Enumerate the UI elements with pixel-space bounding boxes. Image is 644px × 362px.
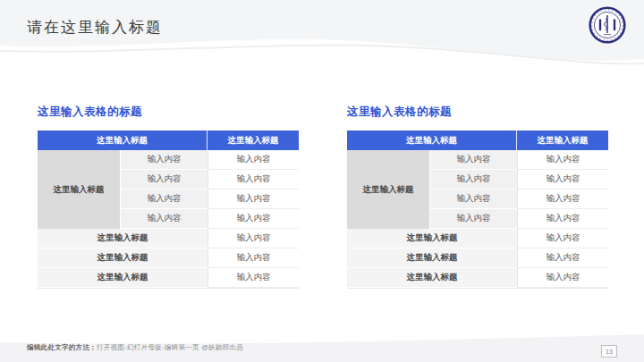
footer-note-text: 打开视图-幻灯片母版-编辑第一页 @妖娆郎出品 (97, 343, 243, 351)
table-cell[interactable]: 输入内容 (517, 150, 608, 170)
row-group-label-cell[interactable]: 这里输入标题 (347, 150, 429, 229)
table-cell[interactable]: 输入内容 (429, 170, 517, 189)
table-cell[interactable]: 输入内容 (429, 150, 517, 170)
footer-note: 编辑此处文字的方法：打开视图-幻灯片母版-编辑第一页 @妖娆郎出品 (27, 343, 243, 352)
table-header-cell[interactable]: 这里输入标题 (38, 130, 208, 150)
table-cell[interactable]: 输入内容 (120, 209, 208, 229)
table-cell[interactable]: 输入内容 (208, 150, 299, 170)
row-group-label-cell[interactable]: 这里输入标题 (38, 150, 120, 229)
table-cell[interactable]: 输入内容 (517, 209, 608, 229)
table-section-left: 这里输入表格的标题 这里输入标题 这里输入标题 这里输入标题 输入内容 输入内容… (38, 105, 299, 289)
slide-title[interactable]: 请在这里输入标题 (27, 17, 163, 38)
table-header-cell[interactable]: 这里输入标题 (208, 130, 299, 150)
data-table: 这里输入标题 这里输入标题 这里输入标题 输入内容 输入内容 输入内容 输入内容… (38, 130, 299, 289)
table-header-cell[interactable]: 这里输入标题 (347, 130, 517, 150)
table-cell[interactable]: 输入内容 (208, 209, 299, 229)
table-cell[interactable]: 输入内容 (517, 229, 608, 248)
table-cell[interactable]: 输入内容 (429, 209, 517, 229)
table-title[interactable]: 这里输入表格的标题 (38, 105, 299, 120)
table-title[interactable]: 这里输入表格的标题 (347, 105, 608, 120)
table-section-right: 这里输入表格的标题 这里输入标题 这里输入标题 这里输入标题 输入内容 输入内容… (347, 105, 608, 289)
table-cell[interactable]: 输入内容 (517, 268, 608, 288)
table-cell[interactable]: 输入内容 (517, 170, 608, 189)
page-number-badge: 13 (601, 345, 617, 358)
table-cell[interactable]: 输入内容 (208, 229, 299, 248)
table-cell[interactable]: 输入内容 (208, 248, 299, 268)
summary-label-cell[interactable]: 这里输入标题 (347, 248, 517, 268)
top-wave-decoration (0, 0, 644, 85)
table-cell[interactable]: 输入内容 (120, 189, 208, 209)
table-header-cell[interactable]: 这里输入标题 (517, 130, 608, 150)
table-cell[interactable]: 输入内容 (120, 150, 208, 170)
table-cell[interactable]: 输入内容 (517, 248, 608, 268)
table-cell[interactable]: 输入内容 (208, 170, 299, 189)
summary-label-cell[interactable]: 这里输入标题 (38, 248, 208, 268)
summary-label-cell[interactable]: 这里输入标题 (347, 268, 517, 288)
summary-label-cell[interactable]: 这里输入标题 (347, 229, 517, 248)
table-cell[interactable]: 输入内容 (517, 189, 608, 209)
table-cell[interactable]: 输入内容 (208, 268, 299, 288)
footer-note-lead: 编辑此处文字的方法： (27, 343, 97, 351)
table-cell[interactable]: 输入内容 (120, 170, 208, 189)
presentation-slide: 请在这里输入标题 这里输入表格的标题 这里输入标题 这里输入标题 这里输入标题 … (0, 0, 644, 362)
summary-label-cell[interactable]: 这里输入标题 (38, 229, 208, 248)
summary-label-cell[interactable]: 这里输入标题 (38, 268, 208, 288)
table-cell[interactable]: 输入内容 (429, 189, 517, 209)
university-emblem-logo-icon (589, 6, 626, 44)
data-table: 这里输入标题 这里输入标题 这里输入标题 输入内容 输入内容 输入内容 输入内容… (347, 130, 608, 289)
table-cell[interactable]: 输入内容 (208, 189, 299, 209)
